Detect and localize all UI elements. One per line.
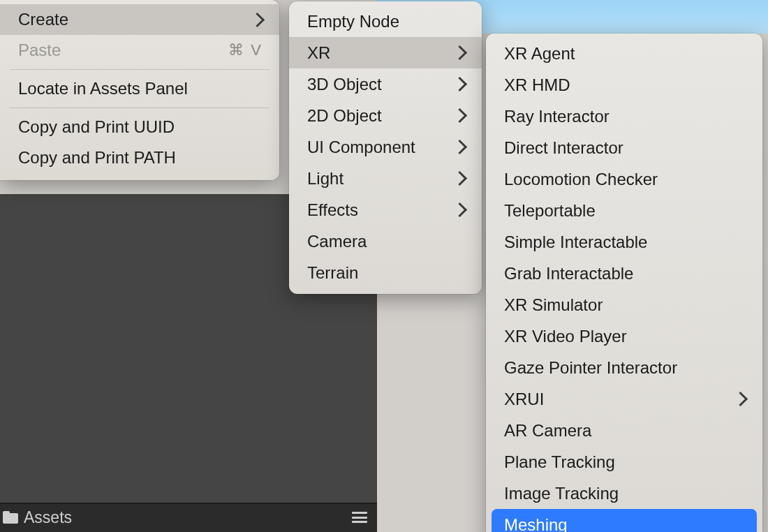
menu-item-label: Camera	[307, 232, 367, 251]
menu-item-copy-path[interactable]: Copy and Print PATH	[0, 142, 279, 173]
menu-item-direct-interactor[interactable]: Direct Interactor	[486, 132, 762, 163]
menu-item-camera[interactable]: Camera	[289, 226, 482, 257]
menu-separator	[10, 69, 269, 70]
menu-item-label: XR HMD	[504, 75, 570, 95]
menu-item-xr-video-player[interactable]: XR Video Player	[486, 320, 762, 352]
menu-item-label: 3D Object	[307, 75, 382, 94]
menu-item-ar-camera[interactable]: AR Camera	[486, 415, 762, 446]
menu-item-label: Image Tracking	[504, 484, 619, 503]
chevron-right-icon	[452, 202, 467, 217]
menu-item-light[interactable]: Light	[289, 163, 482, 194]
menu-item-grab-interactable[interactable]: Grab Interactable	[486, 258, 762, 289]
menu-item-label: 2D Object	[307, 106, 382, 126]
menu-item-label: Direct Interactor	[504, 138, 623, 158]
menu-item-label: XRUI	[504, 390, 544, 409]
menu-icon[interactable]	[352, 512, 367, 523]
menu-item-label: Effects	[307, 200, 358, 220]
menu-item-label: Light	[307, 169, 344, 189]
menu-item-xr-simulator[interactable]: XR Simulator	[486, 289, 762, 320]
menu-item-paste: Paste ⌘ V	[0, 35, 279, 66]
menu-item-label: Simple Interactable	[504, 232, 647, 252]
menu-item-image-tracking[interactable]: Image Tracking	[486, 478, 762, 509]
menu-item-ui-component[interactable]: UI Component	[289, 131, 482, 163]
menu-item-simple-interactable[interactable]: Simple Interactable	[486, 226, 762, 258]
menu-item-plane-tracking[interactable]: Plane Tracking	[486, 446, 762, 478]
menu-item-label: Gaze Pointer Interactor	[504, 358, 677, 378]
menu-item-label: Locate in Assets Panel	[18, 79, 188, 98]
menu-item-teleportable[interactable]: Teleportable	[486, 195, 762, 226]
menu-item-shortcut: ⌘ V	[228, 41, 263, 59]
menu-item-2d-object[interactable]: 2D Object	[289, 100, 482, 131]
menu-item-xr-agent[interactable]: XR Agent	[486, 38, 762, 69]
menu-item-label: XR Simulator	[504, 295, 603, 315]
chevron-right-icon	[733, 392, 748, 406]
menu-item-label: Teleportable	[504, 201, 596, 221]
menu-item-label: Copy and Print PATH	[18, 148, 176, 168]
menu-item-label: Copy and Print UUID	[18, 117, 175, 137]
menu-item-effects[interactable]: Effects	[289, 194, 482, 226]
menu-item-label: Empty Node	[307, 12, 399, 31]
menu-item-label: Plane Tracking	[504, 452, 615, 472]
menu-separator	[10, 108, 269, 108]
create-submenu: Empty Node XR 3D Object 2D Object UI Com…	[289, 1, 482, 294]
menu-item-xr-hmd[interactable]: XR HMD	[486, 69, 762, 101]
menu-item-locomotion-checker[interactable]: Locomotion Checker	[486, 163, 762, 195]
menu-item-label: Terrain	[307, 263, 358, 283]
menu-item-label: Ray Interactor	[504, 107, 610, 126]
chevron-right-icon	[452, 45, 467, 60]
menu-item-create[interactable]: Create	[0, 4, 279, 35]
chevron-right-icon	[452, 108, 467, 123]
chevron-right-icon	[250, 12, 265, 27]
menu-item-3d-object[interactable]: 3D Object	[289, 68, 482, 100]
assets-panel-header[interactable]: Assets	[0, 503, 377, 532]
xr-submenu: XR Agent XR HMD Ray Interactor Direct In…	[486, 34, 762, 532]
menu-item-xr[interactable]: XR	[289, 37, 482, 68]
menu-item-label: UI Component	[307, 138, 415, 157]
chevron-right-icon	[452, 77, 467, 91]
menu-item-locate-in-assets[interactable]: Locate in Assets Panel	[0, 73, 279, 104]
menu-item-label: Create	[18, 10, 68, 29]
menu-item-label: Grab Interactable	[504, 264, 633, 283]
menu-item-ray-interactor[interactable]: Ray Interactor	[486, 101, 762, 132]
menu-item-meshing[interactable]: Meshing	[492, 509, 757, 532]
menu-item-copy-uuid[interactable]: Copy and Print UUID	[0, 112, 279, 142]
assets-panel-divider	[0, 503, 377, 504]
menu-item-label: XR	[307, 43, 330, 63]
menu-item-label: Meshing	[504, 515, 568, 533]
chevron-right-icon	[452, 171, 467, 186]
menu-item-label: Locomotion Checker	[504, 170, 658, 189]
folder-icon	[3, 511, 18, 524]
menu-item-label: XR Agent	[504, 44, 575, 64]
menu-item-label: XR Video Player	[504, 327, 627, 346]
chevron-right-icon	[452, 140, 467, 154]
menu-item-gaze-pointer-interactor[interactable]: Gaze Pointer Interactor	[486, 352, 762, 383]
menu-item-label: AR Camera	[504, 421, 591, 441]
menu-item-empty-node[interactable]: Empty Node	[289, 6, 482, 37]
menu-item-terrain[interactable]: Terrain	[289, 257, 482, 288]
menu-item-xrui[interactable]: XRUI	[486, 383, 762, 415]
context-menu: Create Paste ⌘ V Locate in Assets Panel …	[0, 0, 279, 180]
menu-item-label: Paste	[18, 40, 61, 60]
assets-panel-label: Assets	[24, 508, 72, 527]
